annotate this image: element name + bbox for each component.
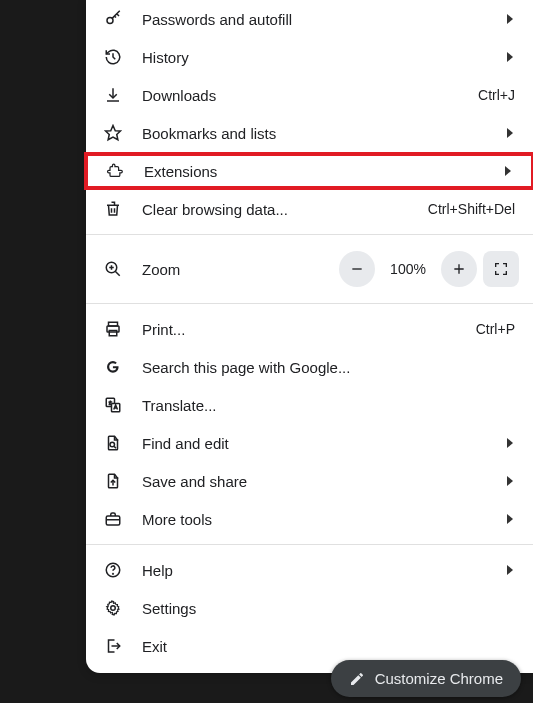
menu-item-shortcut: Ctrl+J — [478, 87, 515, 103]
menu-item-translate[interactable]: Translate... — [86, 386, 533, 424]
translate-icon — [104, 396, 142, 414]
zoom-in-icon — [104, 260, 142, 278]
menu-item-shortcut: Ctrl+Shift+Del — [428, 201, 515, 217]
menu-item-label: Bookmarks and lists — [142, 125, 497, 142]
svg-marker-1 — [106, 126, 121, 140]
chevron-right-icon — [495, 166, 513, 176]
menu-item-label: Extensions — [144, 163, 495, 180]
menu-item-label: Settings — [142, 600, 515, 617]
menu-item-history[interactable]: History — [86, 38, 533, 76]
menu-item-label: Help — [142, 562, 497, 579]
google-icon — [104, 358, 142, 376]
browser-menu: Passwords and autofillHistoryDownloadsCt… — [86, 0, 533, 673]
zoom-out-button[interactable] — [339, 251, 375, 287]
print-icon — [104, 320, 142, 338]
extension-icon — [106, 162, 144, 180]
zoom-in-button[interactable] — [441, 251, 477, 287]
menu-item-search-this-page-with-google[interactable]: Search this page with Google... — [86, 348, 533, 386]
customize-chrome-label: Customize Chrome — [375, 670, 503, 687]
chevron-right-icon — [497, 52, 515, 62]
pencil-icon — [349, 671, 365, 687]
menu-item-bookmarks-and-lists[interactable]: Bookmarks and lists — [86, 114, 533, 152]
menu-item-label: Search this page with Google... — [142, 359, 515, 376]
svg-point-12 — [111, 606, 116, 611]
menu-item-label: Save and share — [142, 473, 497, 490]
menu-item-shortcut: Ctrl+P — [476, 321, 515, 337]
help-icon — [104, 561, 142, 579]
settings-icon — [104, 599, 142, 617]
trash-icon — [104, 200, 142, 218]
share-icon — [104, 472, 142, 490]
menu-item-label: Find and edit — [142, 435, 497, 452]
menu-item-clear-browsing-data[interactable]: Clear browsing data...Ctrl+Shift+Del — [86, 190, 533, 228]
menu-item-save-and-share[interactable]: Save and share — [86, 462, 533, 500]
menu-item-label: Translate... — [142, 397, 515, 414]
menu-item-settings[interactable]: Settings — [86, 589, 533, 627]
menu-item-label: Print... — [142, 321, 476, 338]
toolbox-icon — [104, 510, 142, 528]
menu-divider — [86, 544, 533, 545]
menu-item-downloads[interactable]: DownloadsCtrl+J — [86, 76, 533, 114]
fullscreen-button[interactable] — [483, 251, 519, 287]
menu-item-find-and-edit[interactable]: Find and edit — [86, 424, 533, 462]
chevron-right-icon — [497, 565, 515, 575]
menu-item-label: Exit — [142, 638, 515, 655]
menu-item-print[interactable]: Print...Ctrl+P — [86, 310, 533, 348]
zoom-value: 100% — [381, 261, 435, 277]
svg-point-8 — [110, 442, 115, 447]
chevron-right-icon — [497, 514, 515, 524]
menu-item-extensions[interactable]: Extensions — [84, 152, 533, 190]
find-icon — [104, 434, 142, 452]
exit-icon — [104, 637, 142, 655]
menu-item-label: Passwords and autofill — [142, 11, 497, 28]
menu-item-label: Clear browsing data... — [142, 201, 428, 218]
key-icon — [104, 10, 142, 28]
menu-item-more-tools[interactable]: More tools — [86, 500, 533, 538]
star-icon — [104, 124, 142, 142]
zoom-label: Zoom — [142, 261, 339, 278]
menu-divider — [86, 303, 533, 304]
history-icon — [104, 48, 142, 66]
chevron-right-icon — [497, 476, 515, 486]
menu-divider — [86, 234, 533, 235]
menu-item-label: More tools — [142, 511, 497, 528]
download-icon — [104, 86, 142, 104]
chevron-right-icon — [497, 438, 515, 448]
menu-item-help[interactable]: Help — [86, 551, 533, 589]
menu-item-label: History — [142, 49, 497, 66]
chevron-right-icon — [497, 128, 515, 138]
menu-item-passwords-and-autofill[interactable]: Passwords and autofill — [86, 0, 533, 38]
svg-point-11 — [113, 573, 114, 574]
chevron-right-icon — [497, 14, 515, 24]
zoom-row: Zoom100% — [86, 241, 533, 297]
customize-chrome-button[interactable]: Customize Chrome — [331, 660, 521, 697]
menu-item-label: Downloads — [142, 87, 478, 104]
